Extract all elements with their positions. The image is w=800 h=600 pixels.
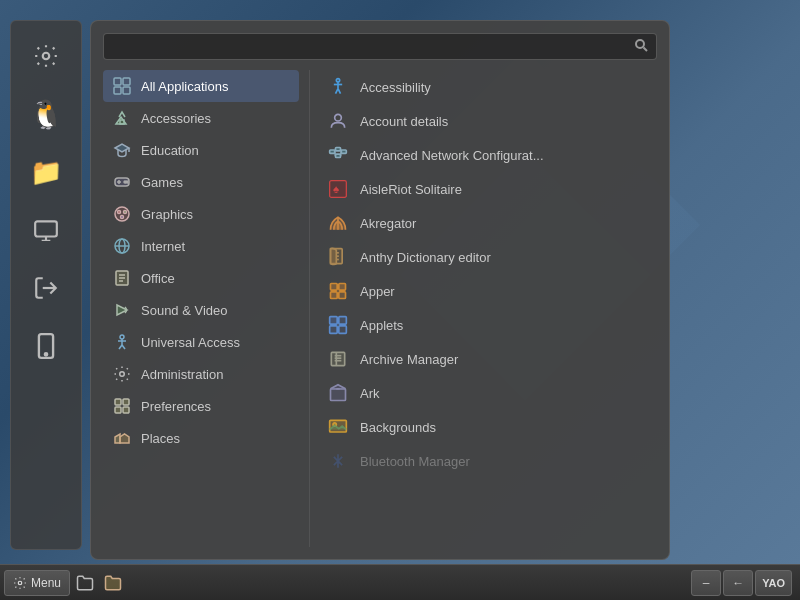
app-account-details[interactable]: Account details (320, 104, 657, 138)
places-icon (111, 427, 133, 449)
category-preferences[interactable]: Preferences (103, 390, 299, 422)
svg-line-43 (335, 152, 336, 156)
svg-rect-56 (339, 292, 346, 299)
svg-point-5 (636, 40, 644, 48)
app-archive-manager[interactable]: Archive Manager (320, 342, 657, 376)
aisleriot-icon: ♠ (326, 177, 350, 201)
user-button[interactable]: 🐧 (21, 89, 71, 139)
category-internet[interactable]: Internet (103, 230, 299, 262)
category-education-label: Education (141, 143, 199, 158)
svg-rect-58 (339, 317, 347, 325)
app-advanced-network[interactable]: Advanced Network Configurat... (320, 138, 657, 172)
sound-video-icon (111, 299, 133, 321)
settings-button[interactable] (21, 31, 71, 81)
app-applets[interactable]: Applets (320, 308, 657, 342)
svg-line-44 (341, 149, 342, 152)
app-aisleriot[interactable]: ♠ AisleRiot Solitaire (320, 172, 657, 206)
taskbar-menu-label: Menu (31, 576, 61, 590)
files-button[interactable]: 📁 (21, 147, 71, 197)
svg-point-31 (120, 372, 125, 377)
backgrounds-icon (326, 415, 350, 439)
svg-rect-38 (330, 150, 335, 153)
svg-point-4 (45, 353, 47, 355)
categories-panel: All Applications Accessories (103, 70, 303, 547)
accessibility-app-icon (326, 75, 350, 99)
category-internet-label: Internet (141, 239, 185, 254)
svg-rect-57 (330, 317, 338, 325)
svg-rect-9 (114, 87, 121, 94)
svg-point-37 (335, 114, 342, 121)
category-games-label: Games (141, 175, 183, 190)
svg-point-20 (124, 211, 127, 214)
app-akregator[interactable]: Akregator (320, 206, 657, 240)
apper-icon (326, 279, 350, 303)
games-icon (111, 171, 133, 193)
svg-rect-59 (330, 326, 338, 334)
category-all[interactable]: All Applications (103, 70, 299, 102)
category-office-label: Office (141, 271, 175, 286)
svg-rect-34 (115, 407, 121, 413)
category-places[interactable]: Places (103, 422, 299, 454)
category-all-label: All Applications (141, 79, 228, 94)
svg-line-6 (644, 48, 648, 52)
svg-rect-54 (339, 284, 346, 291)
display-button[interactable] (21, 205, 71, 255)
svg-point-36 (336, 79, 339, 82)
app-bluetooth-manager: Bluetooth Manager (320, 444, 657, 478)
sidebar: 🐧 📁 (10, 20, 82, 550)
aisleriot-label: AisleRiot Solitaire (360, 182, 462, 197)
category-education[interactable]: Education (103, 134, 299, 166)
backgrounds-label: Backgrounds (360, 420, 436, 435)
category-accessories[interactable]: Accessories (103, 102, 299, 134)
bluetooth-manager-icon (326, 449, 350, 473)
taskbar-folder-icon[interactable] (100, 570, 126, 596)
phone-button[interactable] (21, 321, 71, 371)
account-details-icon (326, 109, 350, 133)
ark-icon (326, 381, 350, 405)
accessibility-label: Accessibility (360, 80, 431, 95)
app-ark[interactable]: Ark (320, 376, 657, 410)
search-input[interactable] (112, 39, 634, 54)
taskbar-menu-button[interactable]: Menu (4, 570, 70, 596)
ark-label: Ark (360, 386, 380, 401)
applets-icon (326, 313, 350, 337)
svg-point-0 (43, 53, 50, 60)
internet-icon (111, 235, 133, 257)
exit-button[interactable] (21, 263, 71, 313)
taskbar-minus-button[interactable]: – (691, 570, 721, 596)
taskbar-arrow-button[interactable]: ← (723, 570, 753, 596)
svg-point-21 (121, 216, 124, 219)
accessories-icon (111, 107, 133, 129)
anthy-dict-label: Anthy Dictionary editor (360, 250, 491, 265)
content-area: All Applications Accessories (103, 70, 657, 547)
archive-manager-label: Archive Manager (360, 352, 458, 367)
category-graphics[interactable]: Graphics (103, 198, 299, 230)
svg-line-45 (341, 152, 342, 156)
svg-rect-40 (336, 154, 341, 157)
category-sound-video[interactable]: Sound & Video (103, 294, 299, 326)
svg-point-30 (120, 335, 124, 339)
akregator-icon (326, 211, 350, 235)
category-universal-access[interactable]: Universal Access (103, 326, 299, 358)
app-backgrounds[interactable]: Backgrounds (320, 410, 657, 444)
menu-panel: All Applications Accessories (90, 20, 670, 560)
app-accessibility[interactable]: Accessibility (320, 70, 657, 104)
app-apper[interactable]: Apper (320, 274, 657, 308)
category-graphics-label: Graphics (141, 207, 193, 222)
archive-manager-icon (326, 347, 350, 371)
svg-rect-33 (123, 399, 129, 405)
svg-rect-39 (336, 148, 341, 151)
taskbar-files-icon[interactable] (72, 570, 98, 596)
svg-line-42 (335, 149, 336, 152)
svg-rect-10 (123, 87, 130, 94)
category-games[interactable]: Games (103, 166, 299, 198)
svg-rect-53 (331, 284, 338, 291)
anthy-dict-icon (326, 245, 350, 269)
advanced-network-icon (326, 143, 350, 167)
bluetooth-manager-label: Bluetooth Manager (360, 454, 470, 469)
administration-icon (111, 363, 133, 385)
category-office[interactable]: Office (103, 262, 299, 294)
category-administration[interactable]: Administration (103, 358, 299, 390)
apps-list: Accessibility Account details (316, 70, 657, 547)
app-anthy-dict[interactable]: Anthy Dictionary editor (320, 240, 657, 274)
